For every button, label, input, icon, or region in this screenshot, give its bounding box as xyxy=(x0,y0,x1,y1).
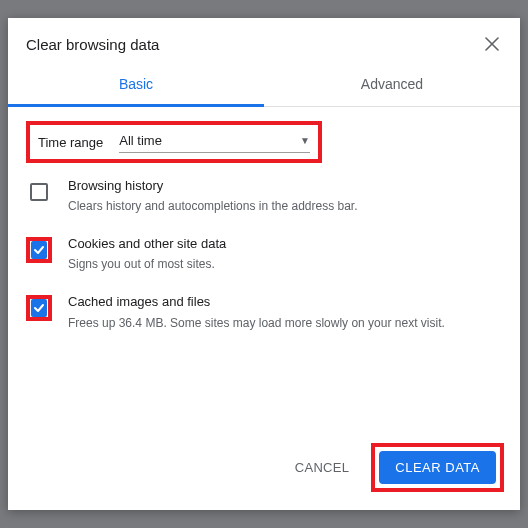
dialog-footer: CANCEL CLEAR DATA xyxy=(8,429,520,510)
checkbox-browsing-history[interactable] xyxy=(30,183,48,201)
time-range-row: Time range All time ▼ xyxy=(26,121,322,163)
check-icon xyxy=(33,244,45,256)
time-range-label: Time range xyxy=(38,135,103,150)
tabs: Basic Advanced xyxy=(8,64,520,107)
option-title: Browsing history xyxy=(68,177,358,195)
time-range-select[interactable]: All time ▼ xyxy=(119,131,310,153)
checkbox-cookies[interactable] xyxy=(31,241,47,259)
option-desc: Clears history and autocompletions in th… xyxy=(68,197,358,215)
clear-data-button[interactable]: CLEAR DATA xyxy=(379,451,496,484)
clear-button-highlight: CLEAR DATA xyxy=(371,443,504,492)
clear-browsing-data-dialog: Clear browsing data Basic Advanced Time … xyxy=(8,18,520,510)
option-cookies: Cookies and other site data Signs you ou… xyxy=(26,221,502,279)
check-icon xyxy=(33,302,45,314)
tab-advanced[interactable]: Advanced xyxy=(264,64,520,106)
close-icon xyxy=(485,37,499,51)
checkbox-cache[interactable] xyxy=(31,299,47,317)
dialog-header: Clear browsing data xyxy=(8,18,520,64)
option-text: Cookies and other site data Signs you ou… xyxy=(68,235,226,273)
checkbox-wrap xyxy=(26,179,52,205)
option-title: Cached images and files xyxy=(68,293,445,311)
option-title: Cookies and other site data xyxy=(68,235,226,253)
checkbox-wrap xyxy=(26,295,52,321)
chevron-down-icon: ▼ xyxy=(300,135,310,146)
option-browsing-history: Browsing history Clears history and auto… xyxy=(26,163,502,221)
option-desc: Signs you out of most sites. xyxy=(68,255,226,273)
option-text: Cached images and files Frees up 36.4 MB… xyxy=(68,293,445,331)
close-button[interactable] xyxy=(482,34,502,54)
option-desc: Frees up 36.4 MB. Some sites may load mo… xyxy=(68,314,445,332)
dialog-content: Time range All time ▼ Browsing history C… xyxy=(8,107,520,429)
option-text: Browsing history Clears history and auto… xyxy=(68,177,358,215)
tab-basic[interactable]: Basic xyxy=(8,64,264,106)
option-cache: Cached images and files Frees up 36.4 MB… xyxy=(26,279,502,337)
dialog-title: Clear browsing data xyxy=(26,36,159,53)
time-range-value: All time xyxy=(119,133,162,148)
cancel-button[interactable]: CANCEL xyxy=(283,452,362,483)
checkbox-wrap xyxy=(26,237,52,263)
